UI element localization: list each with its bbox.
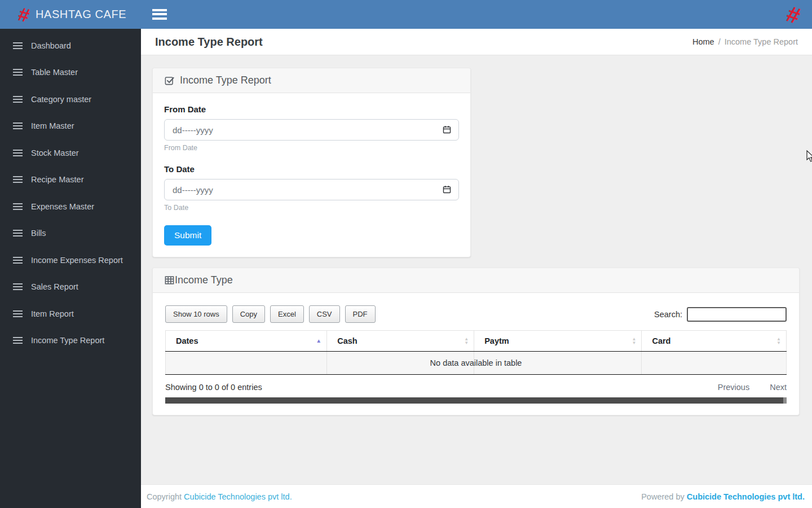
sort-icon: ▲▼ bbox=[776, 338, 781, 345]
table-toolbar: Show 10 rows Copy Excel CSV PDF Search: bbox=[165, 305, 787, 323]
sidebar-item-income-type-report[interactable]: Income Type Report bbox=[0, 327, 141, 354]
sidebar-item-bills[interactable]: Bills bbox=[0, 220, 141, 247]
sidebar-item-expenses-master[interactable]: Expenses Master bbox=[0, 193, 141, 220]
table-info-row: Showing 0 to 0 of 0 entries Previous Nex… bbox=[165, 383, 787, 392]
footer: Copyright Cubicide Technologies pvt ltd.… bbox=[141, 484, 812, 508]
data-table-wrap: Dates ▲ Cash ▲▼ Paytm bbox=[165, 330, 787, 375]
from-date-label: From Date bbox=[164, 104, 459, 114]
from-date-input[interactable] bbox=[164, 119, 459, 141]
topbar: # HASHTAG CAFE # bbox=[0, 0, 812, 29]
scrollbar-track-end bbox=[783, 397, 787, 404]
from-date-helper: From Date bbox=[164, 144, 459, 152]
sidebar-item-item-report[interactable]: Item Report bbox=[0, 300, 141, 327]
powered-company-link[interactable]: Cubicide Technologies pvt ltd. bbox=[687, 492, 805, 501]
sidebar-item-item-master[interactable]: Item Master bbox=[0, 113, 141, 140]
menu-bars-icon bbox=[13, 69, 23, 76]
sidebar-item-label: Income Type Report bbox=[31, 336, 104, 345]
sort-icon: ▲▼ bbox=[632, 338, 637, 345]
sidebar-item-category-master[interactable]: Category master bbox=[0, 86, 141, 113]
menu-bars-icon bbox=[13, 176, 23, 183]
footer-powered-by: Powered by Cubicide Technologies pvt ltd… bbox=[641, 492, 805, 501]
calendar-icon[interactable] bbox=[442, 185, 452, 194]
show-rows-button[interactable]: Show 10 rows bbox=[165, 305, 227, 323]
breadcrumb-home-link[interactable]: Home bbox=[692, 37, 714, 46]
sidebar-item-recipe-master[interactable]: Recipe Master bbox=[0, 167, 141, 194]
to-date-label: To Date bbox=[164, 164, 459, 174]
column-header-card[interactable]: Card ▲▼ bbox=[642, 331, 787, 352]
page-header: Income Type Report Home/Income Type Repo… bbox=[141, 29, 812, 55]
sidebar-item-label: Recipe Master bbox=[31, 175, 83, 184]
sidebar-item-dashboard[interactable]: Dashboard bbox=[0, 32, 141, 59]
column-header-dates[interactable]: Dates ▲ bbox=[166, 331, 327, 352]
filter-card-header: Income Type Report bbox=[153, 68, 470, 93]
pagination: Previous Next bbox=[718, 383, 787, 392]
income-type-report-filter-card: Income Type Report From Date bbox=[152, 68, 471, 257]
sidebar-item-label: Sales Report bbox=[31, 282, 78, 291]
menu-bars-icon bbox=[13, 122, 23, 129]
sidebar-item-label: Table Master bbox=[31, 68, 78, 77]
empty-table-row bbox=[166, 352, 787, 375]
page-title: Income Type Report bbox=[155, 36, 263, 49]
sidebar-toggle-icon[interactable] bbox=[152, 9, 167, 20]
breadcrumb: Home/Income Type Report bbox=[692, 37, 798, 46]
app-window: # HASHTAG CAFE # Dashboard Table Master … bbox=[0, 0, 812, 508]
copyright-company-link[interactable]: Cubicide Technologies pvt ltd. bbox=[184, 492, 292, 501]
horizontal-scrollbar[interactable] bbox=[165, 397, 787, 404]
column-header-paytm[interactable]: Paytm ▲▼ bbox=[474, 331, 642, 352]
content-area: Income Type Report From Date bbox=[141, 55, 812, 484]
copy-button[interactable]: Copy bbox=[232, 305, 265, 323]
sort-icon: ▲▼ bbox=[464, 338, 469, 345]
menu-bars-icon bbox=[13, 42, 23, 49]
brand[interactable]: # HASHTAG CAFE bbox=[0, 5, 141, 24]
sidebar-item-label: Income Expenses Report bbox=[31, 256, 123, 265]
sidebar-item-label: Dashboard bbox=[31, 41, 71, 50]
menu-bars-icon bbox=[13, 96, 23, 103]
table-card-body: Show 10 rows Copy Excel CSV PDF Search: bbox=[153, 293, 799, 415]
previous-page-button[interactable]: Previous bbox=[718, 383, 749, 392]
sidebar-item-stock-master[interactable]: Stock Master bbox=[0, 139, 141, 167]
sidebar-item-table-master[interactable]: Table Master bbox=[0, 59, 141, 86]
check-square-icon bbox=[164, 75, 175, 86]
table-card-title-text: Income Type bbox=[175, 274, 233, 286]
table-search: Search: bbox=[654, 307, 787, 322]
excel-button[interactable]: Excel bbox=[270, 305, 304, 323]
menu-bars-icon bbox=[13, 310, 23, 317]
to-date-input[interactable] bbox=[164, 179, 459, 200]
table-info-text: Showing 0 to 0 of 0 entries bbox=[165, 383, 262, 392]
menu-bars-icon bbox=[13, 203, 23, 210]
breadcrumb-current: Income Type Report bbox=[725, 37, 798, 46]
sidebar-item-label: Item Report bbox=[31, 309, 74, 318]
filter-card-title: Income Type Report bbox=[164, 75, 271, 86]
breadcrumb-separator: / bbox=[718, 37, 721, 46]
pdf-button[interactable]: PDF bbox=[345, 305, 376, 323]
next-page-button[interactable]: Next bbox=[770, 383, 787, 392]
to-date-group: To Date To Date bbox=[164, 164, 459, 212]
menu-bars-icon bbox=[13, 150, 23, 156]
filter-card-body: From Date From Date bbox=[153, 93, 470, 257]
sidebar-item-label: Stock Master bbox=[31, 148, 79, 157]
hashtag-icon: # bbox=[784, 2, 803, 27]
to-date-helper: To Date bbox=[164, 204, 459, 212]
sidebar-item-sales-report[interactable]: Sales Report bbox=[0, 274, 141, 301]
search-label: Search: bbox=[654, 310, 682, 319]
income-type-table-card: Income Type Show 10 rows Copy Excel CSV … bbox=[152, 268, 800, 415]
menu-bars-icon bbox=[13, 337, 23, 344]
copyright-prefix: Copyright bbox=[147, 492, 182, 501]
sidebar-item-label: Item Master bbox=[31, 121, 74, 130]
main-area: Income Type Report Home/Income Type Repo… bbox=[141, 29, 812, 508]
csv-button[interactable]: CSV bbox=[309, 305, 340, 323]
table-card-header: Income Type bbox=[153, 268, 799, 293]
datatable-buttons: Show 10 rows Copy Excel CSV PDF bbox=[165, 305, 376, 323]
table-grid-icon bbox=[164, 275, 175, 286]
table-card-title: Income Type bbox=[164, 274, 233, 286]
submit-button[interactable]: Submit bbox=[164, 225, 211, 246]
brand-title: HASHTAG CAFE bbox=[36, 8, 126, 21]
income-type-table: Dates ▲ Cash ▲▼ Paytm bbox=[165, 330, 787, 375]
footer-copyright: Copyright Cubicide Technologies pvt ltd. bbox=[147, 492, 292, 501]
sidebar-item-label: Bills bbox=[31, 229, 46, 238]
sidebar-item-income-expenses-report[interactable]: Income Expenses Report bbox=[0, 247, 141, 274]
search-input[interactable] bbox=[687, 307, 787, 322]
column-header-cash[interactable]: Cash ▲▼ bbox=[327, 331, 474, 352]
topbar-logo: # bbox=[787, 3, 800, 26]
calendar-icon[interactable] bbox=[442, 125, 452, 134]
